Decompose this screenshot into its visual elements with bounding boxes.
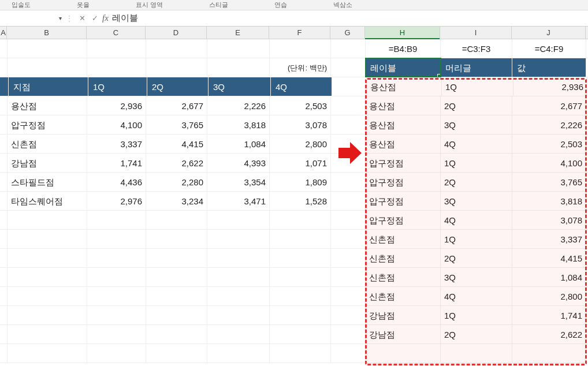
cell[interactable] [270, 306, 331, 324]
cell[interactable]: 2,280 [146, 173, 207, 191]
cell[interactable] [331, 192, 366, 210]
cells[interactable]: =B4:B9 =C3:F3 =C4:F9 (단위: 백만) 레이블 머리글 값 [0, 39, 588, 363]
cell[interactable]: 3,765 [512, 173, 586, 191]
col-header-I[interactable]: I [440, 27, 512, 39]
cell[interactable]: 3,234 [146, 192, 207, 210]
cell[interactable] [0, 192, 8, 210]
cell[interactable]: 2,800 [512, 287, 586, 305]
cell[interactable] [207, 306, 270, 324]
cell[interactable] [0, 39, 8, 58]
cell[interactable] [8, 268, 87, 286]
cell[interactable] [441, 344, 512, 363]
cell[interactable] [0, 268, 8, 286]
cell[interactable] [331, 306, 366, 324]
cell[interactable] [8, 39, 87, 58]
cell[interactable] [87, 230, 146, 248]
col-header-C[interactable]: C [87, 27, 146, 39]
cell[interactable] [8, 344, 87, 363]
cell[interactable]: 2,936 [87, 96, 146, 115]
cell[interactable] [146, 325, 207, 343]
cell[interactable] [0, 230, 8, 248]
cell[interactable] [331, 39, 366, 58]
cell[interactable]: 2,800 [270, 135, 331, 153]
cell[interactable] [331, 344, 366, 363]
cell[interactable]: 신촌점 [366, 268, 441, 286]
cell[interactable]: 3,818 [207, 115, 270, 134]
formula-ref-j[interactable]: =C4:F9 [512, 39, 586, 58]
cell[interactable] [0, 344, 8, 363]
cell[interactable]: 4,415 [146, 135, 207, 153]
cell[interactable]: 2Q [441, 249, 512, 267]
cell[interactable] [146, 344, 207, 363]
cell[interactable]: 1,741 [512, 306, 586, 324]
cell[interactable] [8, 287, 87, 305]
cell[interactable] [332, 77, 367, 96]
cell[interactable] [207, 211, 270, 229]
cell[interactable] [331, 173, 366, 191]
cell[interactable]: 4,436 [87, 173, 146, 191]
cell[interactable]: 1Q [441, 154, 512, 172]
formula-ref-h[interactable]: =B4:B9 [366, 39, 441, 58]
cell[interactable] [8, 211, 87, 229]
cell[interactable] [207, 39, 270, 58]
cell[interactable] [207, 344, 270, 363]
cell[interactable] [8, 325, 87, 343]
cell[interactable]: 압구정점 [366, 173, 441, 191]
cell[interactable] [207, 287, 270, 305]
cell[interactable] [146, 306, 207, 324]
cell[interactable] [270, 325, 331, 343]
cell[interactable]: 3,078 [270, 115, 331, 134]
cell[interactable]: 용산점 [366, 115, 441, 134]
cell[interactable]: 1,741 [87, 154, 146, 172]
cell[interactable] [87, 39, 146, 58]
cell[interactable] [0, 96, 8, 115]
right-header-label[interactable]: 레이블 [366, 58, 441, 77]
cell[interactable] [8, 249, 87, 267]
cell[interactable] [0, 115, 8, 134]
cell[interactable]: 2Q [441, 325, 512, 343]
left-header-q2[interactable]: 2Q [147, 77, 209, 96]
cell[interactable]: 압구정점 [366, 192, 441, 210]
cell[interactable] [146, 230, 207, 248]
cell[interactable]: 신촌점 [366, 249, 441, 267]
cell[interactable] [270, 230, 331, 248]
cell[interactable] [0, 58, 8, 77]
name-box-dropdown-icon[interactable]: ▾ [58, 15, 63, 21]
cell[interactable] [146, 58, 207, 77]
cell[interactable]: 4Q [441, 287, 512, 305]
cell[interactable]: 3Q [441, 268, 512, 286]
col-header-F[interactable]: F [269, 27, 330, 39]
cell[interactable] [8, 58, 87, 77]
left-header-q1[interactable]: 1Q [88, 77, 147, 96]
cell[interactable] [146, 211, 207, 229]
formula-input[interactable]: 레이블 [112, 13, 586, 24]
cell[interactable]: 2,226 [512, 115, 586, 134]
cell[interactable]: 1Q [441, 230, 512, 248]
col-header-J[interactable]: J [512, 27, 586, 39]
cell[interactable] [270, 344, 331, 363]
cell[interactable]: 3,818 [512, 192, 586, 210]
cell[interactable] [87, 325, 146, 343]
cell[interactable] [146, 268, 207, 286]
cell[interactable]: 2,677 [512, 96, 586, 115]
branch-name[interactable]: 타임스퀘어점 [8, 192, 87, 210]
cell[interactable]: 신촌점 [366, 230, 441, 248]
fx-icon[interactable]: fx [101, 13, 112, 23]
cell[interactable]: 4,393 [207, 154, 270, 172]
col-header-A[interactable]: A [0, 27, 7, 39]
branch-name[interactable]: 신촌점 [8, 135, 87, 153]
cell[interactable] [512, 344, 586, 363]
cell[interactable]: 1Q [442, 77, 513, 96]
cell[interactable] [8, 230, 87, 248]
cell[interactable]: 3Q [441, 115, 512, 134]
cell[interactable]: 3,337 [87, 135, 146, 153]
cell[interactable] [207, 58, 270, 77]
cell[interactable] [331, 115, 366, 134]
cell[interactable] [331, 325, 366, 343]
branch-name[interactable]: 스타필드점 [8, 173, 87, 191]
cell[interactable] [87, 268, 146, 286]
cell[interactable]: 2,503 [512, 135, 586, 153]
cell[interactable]: 3Q [441, 192, 512, 210]
cell[interactable] [331, 230, 366, 248]
cell[interactable]: 용산점 [367, 77, 442, 96]
